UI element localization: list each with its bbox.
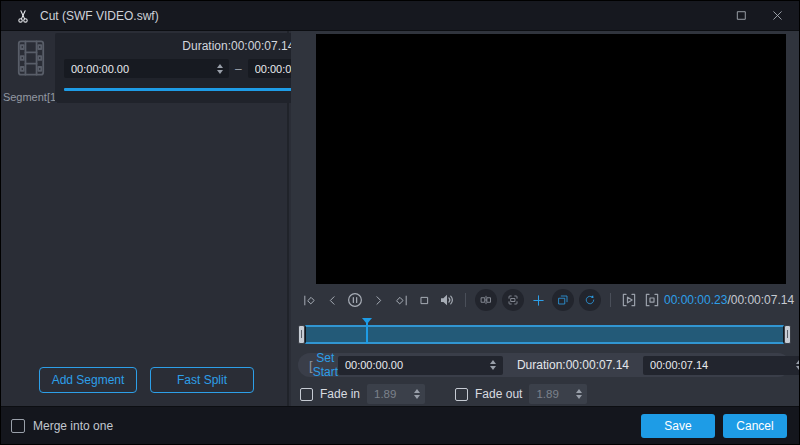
- timeline-selected-range[interactable]: [305, 325, 784, 344]
- copy-button[interactable]: [552, 289, 574, 311]
- crop-button[interactable]: [502, 289, 524, 311]
- merge-into-one-checkbox[interactable]: [11, 419, 25, 433]
- save-button[interactable]: Save: [641, 414, 715, 438]
- cancel-button[interactable]: Cancel: [723, 414, 787, 438]
- window-title: Cut (SWF VIDEO.swf): [40, 9, 159, 23]
- fade-controls: Fade in Fade out: [300, 383, 791, 405]
- split-button[interactable]: [475, 289, 497, 311]
- cut-dialog: Cut (SWF VIDEO.swf) Segment[1] Duration:…: [0, 0, 800, 445]
- window-controls: [733, 8, 785, 24]
- reset-button[interactable]: [579, 289, 601, 311]
- maximize-button[interactable]: [733, 8, 749, 24]
- set-start-button[interactable]: Set Start: [313, 351, 338, 379]
- fade-in-label: Fade in: [320, 387, 360, 401]
- trim-bar: [ Set Start Duration:00:00:07.14 Set End…: [298, 353, 790, 377]
- segment-item[interactable]: Segment[1] Duration:00:00:07.14 –: [1, 31, 287, 103]
- fade-in-checkbox[interactable]: [300, 388, 313, 401]
- step-forward-icon[interactable]: [367, 288, 389, 312]
- timeline-start-handle[interactable]: [298, 325, 305, 344]
- step-back-icon[interactable]: [321, 288, 343, 312]
- video-preview[interactable]: [316, 34, 786, 284]
- close-button[interactable]: [769, 8, 785, 24]
- pause-button[interactable]: [344, 288, 366, 312]
- trim-end-field: [643, 356, 800, 375]
- trim-end-input[interactable]: [650, 359, 792, 371]
- trim-end-spinner[interactable]: [792, 359, 800, 372]
- merge-into-one-label: Merge into one: [33, 419, 113, 433]
- titlebar: Cut (SWF VIDEO.swf): [1, 1, 799, 31]
- fade-out-spinner[interactable]: [572, 388, 585, 401]
- playback-controls: 00:00:00.23/00:00:07.14: [298, 286, 791, 314]
- add-segment-button[interactable]: Add Segment: [39, 367, 137, 393]
- segment-start-spinner[interactable]: [213, 62, 226, 75]
- fade-in-input[interactable]: [374, 388, 410, 400]
- stop-icon[interactable]: [413, 288, 435, 312]
- fade-out-checkbox[interactable]: [455, 388, 468, 401]
- trim-start-field: [338, 356, 503, 375]
- fade-out-field: [529, 384, 587, 404]
- volume-icon[interactable]: [436, 288, 458, 312]
- play-segment-button[interactable]: [618, 288, 640, 312]
- scissors-icon: [15, 8, 31, 24]
- go-to-start-icon[interactable]: [298, 288, 320, 312]
- range-separator: –: [235, 62, 242, 76]
- fade-out-label: Fade out: [475, 387, 522, 401]
- fade-out-input[interactable]: [536, 388, 572, 400]
- segment-label: Segment[1]: [3, 91, 59, 103]
- segment-thumbnail: Segment[1]: [7, 33, 55, 103]
- playhead[interactable]: [366, 319, 368, 344]
- fade-in-spinner[interactable]: [410, 388, 423, 401]
- divider: [465, 293, 466, 307]
- go-to-end-icon[interactable]: [390, 288, 412, 312]
- segment-list-panel: Segment[1] Duration:00:00:07.14 –: [1, 31, 289, 406]
- stop-segment-button[interactable]: [641, 288, 663, 312]
- film-strip-icon: [12, 38, 50, 78]
- fade-in-field: [367, 384, 425, 404]
- divider: [610, 293, 611, 307]
- timeline-end-handle[interactable]: [784, 325, 791, 344]
- timeline[interactable]: [298, 317, 791, 345]
- total-time: 00:00:07.14: [731, 293, 794, 307]
- current-time: 00:00:00.23: [664, 293, 727, 307]
- fast-split-button[interactable]: Fast Split: [150, 367, 254, 393]
- segment-start-field: [64, 59, 229, 78]
- segment-start-input[interactable]: [71, 63, 213, 75]
- preview-panel: 00:00:00.23/00:00:07.14 [ Set Start Dura…: [291, 31, 799, 406]
- add-effect-button[interactable]: [527, 288, 549, 312]
- trim-duration: Duration:00:00:07.14: [503, 358, 643, 372]
- trim-start-input[interactable]: [345, 359, 487, 371]
- trim-start-spinner[interactable]: [487, 359, 500, 372]
- time-display: 00:00:00.23/00:00:07.14: [664, 293, 794, 307]
- footer-bar: Merge into one Save Cancel: [1, 406, 799, 444]
